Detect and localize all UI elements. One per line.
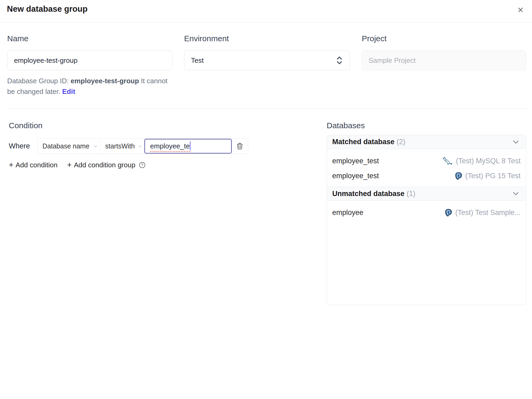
database-row[interactable]: employee_test (Test) MySQL 8 Test (327, 153, 526, 168)
name-input-value: employee-test-group (14, 56, 77, 65)
svg-text:?: ? (141, 163, 143, 167)
factor-select[interactable]: Database name (38, 139, 101, 154)
trash-icon (236, 143, 243, 150)
form-row: Name employee-test-group Environment Tes… (7, 34, 526, 70)
matched-database-title: Matched database(2) (332, 138, 405, 146)
environment-label: Environment (184, 34, 350, 43)
unmatched-database-count: (1) (407, 190, 415, 198)
database-row[interactable]: employee_test (Test) PG 15 Test (327, 168, 526, 183)
condition-row: Where Database name startsWith employee_… (9, 138, 327, 154)
databases-section: Databases Matched database(2) employee_t… (327, 120, 526, 305)
chevron-down-icon (512, 190, 520, 198)
add-condition-label: Add condition (16, 161, 58, 169)
environment-select-value: Test (191, 56, 204, 65)
text-caret (190, 141, 190, 150)
databases-panel: Matched database(2) employee_test (327, 135, 526, 305)
chevron-down-icon (138, 144, 142, 149)
unmatched-database-rows: employee (Test) Test Sample... (327, 201, 526, 223)
project-field-group: Project Sample Project (362, 34, 526, 70)
plus-icon: + (67, 160, 72, 169)
group-id-hint: Database Group ID: employee-test-group I… (7, 76, 174, 97)
database-instance-label: (Test) Test Sample... (455, 209, 521, 217)
chevron-down-icon (93, 144, 98, 149)
page-title: New database group (7, 4, 88, 14)
matched-database-header[interactable]: Matched database(2) (327, 135, 526, 149)
database-instance-label: (Test) PG 15 Test (465, 172, 521, 180)
condition-section: Condition Where Database name startsWith… (9, 120, 327, 305)
section-divider (7, 109, 527, 109)
database-instance: (Test) Test Sample... (444, 209, 521, 217)
chevron-down-icon (512, 138, 520, 146)
add-condition-group-button[interactable]: + Add condition group (67, 160, 135, 169)
chevron-up-down-icon (335, 56, 344, 65)
edit-link[interactable]: Edit (62, 88, 75, 95)
postgresql-icon (444, 209, 452, 217)
condition-value-input[interactable]: employee_te (144, 139, 232, 153)
environment-field-group: Environment Test (184, 34, 350, 70)
plus-icon: + (9, 160, 14, 169)
database-name: employee_test (332, 172, 379, 180)
operator-select-value: startsWith (105, 142, 135, 150)
environment-select[interactable]: Test (184, 51, 350, 70)
name-input[interactable]: employee-test-group (7, 51, 172, 70)
delete-condition-button[interactable] (232, 139, 248, 154)
matched-database-rows: employee_test (Test) MySQL 8 Test (327, 149, 526, 187)
hint-group-id: employee-test-group (70, 77, 139, 85)
operator-select[interactable]: startsWith (101, 139, 145, 154)
where-label: Where (9, 138, 30, 154)
add-condition-group-label: Add condition group (74, 161, 135, 169)
matched-database-count: (2) (397, 138, 405, 146)
close-button[interactable] (517, 6, 525, 14)
database-row[interactable]: employee (Test) Test Sample... (327, 205, 526, 220)
database-instance: (Test) MySQL 8 Test (442, 156, 521, 166)
database-instance: (Test) PG 15 Test (455, 172, 521, 180)
name-field-group: Name employee-test-group (7, 34, 172, 70)
hint-prefix: Database Group ID: (7, 77, 70, 85)
spellcheck-underline (150, 151, 190, 152)
close-icon (517, 6, 524, 13)
unmatched-database-title: Unmatched database(1) (332, 190, 415, 198)
project-input-value: Sample Project (369, 56, 415, 65)
mysql-icon (442, 156, 453, 166)
factor-select-value: Database name (43, 142, 90, 150)
database-name: employee (332, 209, 363, 217)
project-input: Sample Project (362, 51, 526, 70)
condition-heading: Condition (9, 120, 327, 131)
condition-value-text: employee_te (150, 142, 190, 150)
dialog-header: New database group (0, 0, 532, 23)
name-label: Name (7, 34, 172, 43)
add-condition-button[interactable]: + Add condition (9, 160, 57, 169)
condition-actions: + Add condition + Add condition group ? (9, 160, 327, 169)
postgresql-icon (455, 172, 463, 180)
unmatched-database-header[interactable]: Unmatched database(1) (327, 187, 526, 201)
condition-expression-group: Database name startsWith employee_te (38, 138, 248, 154)
database-instance-label: (Test) MySQL 8 Test (456, 157, 521, 165)
database-name: employee_test (332, 157, 379, 165)
project-label: Project (362, 34, 526, 43)
databases-heading: Databases (327, 120, 526, 131)
question-circle-icon: ? (139, 161, 146, 169)
help-button[interactable]: ? (139, 161, 146, 169)
